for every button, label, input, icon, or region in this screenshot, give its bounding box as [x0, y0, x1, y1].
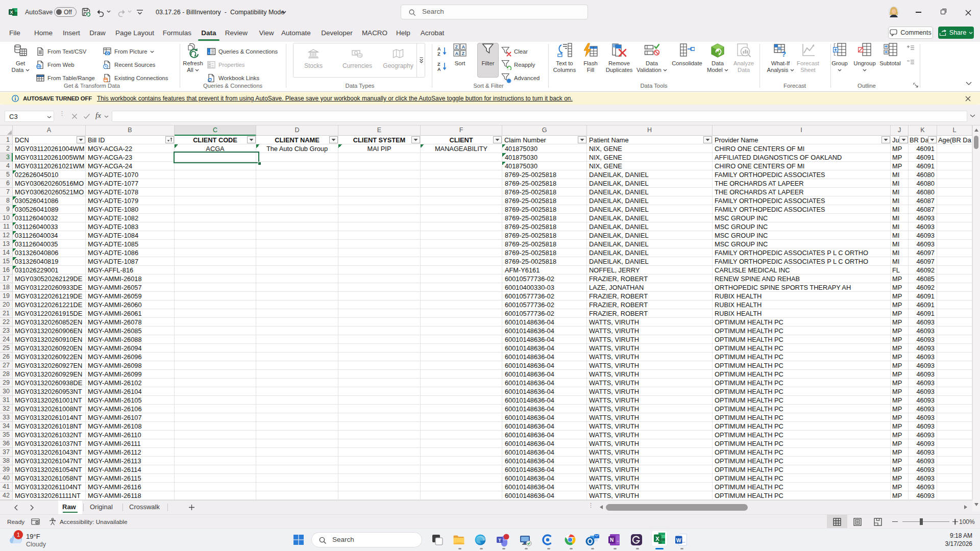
svg-text:?: ?: [54, 519, 56, 523]
svg-text:N: N: [610, 537, 614, 543]
svg-text:Z: Z: [437, 52, 440, 56]
svg-text:Z: Z: [462, 51, 465, 56]
svg-text:A: A: [437, 67, 441, 71]
svg-text:Z: Z: [455, 44, 458, 49]
svg-text:A: A: [455, 51, 459, 56]
svg-text:W: W: [676, 537, 681, 543]
svg-text:Z: Z: [437, 62, 440, 67]
svg-text:X: X: [10, 10, 13, 15]
svg-text:?: ?: [781, 49, 786, 57]
svg-text:A: A: [462, 44, 465, 49]
svg-text:A: A: [437, 46, 441, 52]
svg-text:T: T: [498, 538, 501, 543]
svg-text:X: X: [655, 536, 659, 542]
